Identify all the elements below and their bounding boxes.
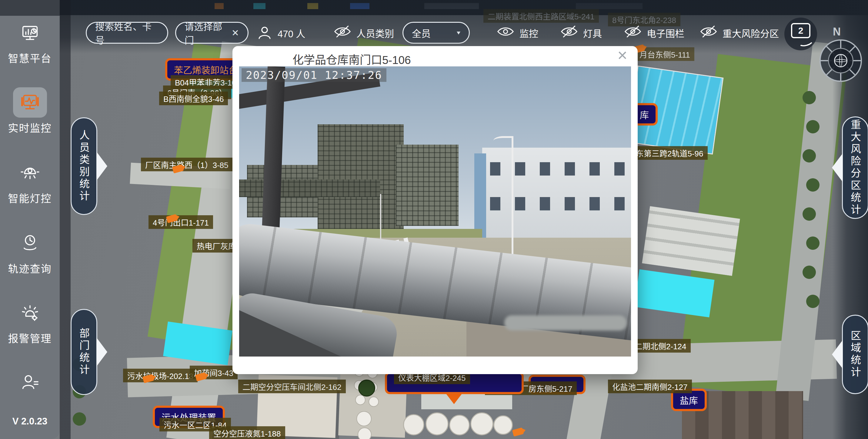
redaction-blur xyxy=(504,315,627,330)
top-toolbar: 搜索姓名、卡号 请选择部门 ✕ 470 人 全员 ▾ 2 人员类别监控灯具电子围… xyxy=(0,0,868,52)
realtime-monitor-icon xyxy=(13,87,47,118)
app-root: 二期装置北侧西主路区域5-2418号门东北角2-238月台东侧5-111苯乙烯装… xyxy=(0,0,868,439)
alarm-icon xyxy=(13,298,47,328)
chevron-arrow-icon xyxy=(832,153,843,182)
map-label[interactable]: B西南侧全貌3-46 xyxy=(159,92,228,105)
eye-off-icon xyxy=(333,25,351,40)
department-select[interactable]: 请选择部门 ✕ xyxy=(175,22,249,43)
map-label[interactable]: 二期空分空压车间北侧2-162 xyxy=(238,380,346,393)
search-input[interactable]: 搜索姓名、卡号 xyxy=(86,22,168,43)
chevron-arrow-icon xyxy=(96,152,107,181)
map-label[interactable]: 4号门出口1-171 xyxy=(149,215,213,229)
clear-icon[interactable]: ✕ xyxy=(231,28,239,38)
layer-toggle-重大风险分区[interactable]: 重大风险分区 xyxy=(700,24,779,42)
person-icon xyxy=(256,25,273,41)
sidebar-item-实时监控[interactable]: 实时监控 xyxy=(0,87,60,135)
close-icon[interactable]: × xyxy=(617,47,627,64)
map-edge-shade-left xyxy=(60,0,71,439)
panel-tab-重大风险分区统计[interactable]: 重大风险分区统计 xyxy=(842,116,868,219)
sidebar-item-智慧平台[interactable]: 智慧平台 xyxy=(0,18,60,65)
panel-tab-部门统计[interactable]: 部门统计 xyxy=(71,309,97,395)
eye-off-icon xyxy=(624,25,642,40)
camera-icon[interactable] xyxy=(512,428,524,437)
map-label[interactable]: 污水垃圾场-202.13 xyxy=(123,369,197,382)
camera-video-frame: 2023/09/01 12:37:26 xyxy=(239,66,631,356)
chevron-arrow-icon xyxy=(832,340,843,369)
panel-tab-区域统计[interactable]: 区域统计 xyxy=(842,315,868,394)
trajectory-icon xyxy=(13,228,47,258)
sidebar-item-报警管理[interactable]: 报警管理 xyxy=(0,298,60,345)
app-version: V 2.0.23 xyxy=(0,416,60,427)
camera-modal: 化学品仓库南门口5-106 × 2023/09/01 12:37:26 xyxy=(232,46,638,374)
dashboard-icon xyxy=(13,18,47,48)
layer-toggle-灯具[interactable]: 灯具 xyxy=(560,24,602,42)
search-placeholder: 搜索姓名、卡号 xyxy=(95,19,159,47)
eye-icon xyxy=(496,25,515,40)
map-label[interactable]: 化盐池二期南侧2-127 xyxy=(608,380,692,393)
chevron-arrow-icon xyxy=(96,338,107,367)
layer-toggle-电子围栏[interactable]: 电子围栏 xyxy=(624,24,684,42)
eye-off-icon xyxy=(560,25,578,40)
map-label[interactable]: 空分空压液氮1-188 xyxy=(209,426,285,439)
sidebar-item-profile[interactable] xyxy=(0,368,60,398)
smart-light-icon xyxy=(13,158,47,188)
person-type-select[interactable]: 全员 ▾ xyxy=(402,22,470,43)
person-list-icon xyxy=(13,368,47,398)
gyro-icon xyxy=(834,54,847,67)
sidebar-item-轨迹查询[interactable]: 轨迹查询 xyxy=(0,228,60,275)
video-timestamp: 2023/09/01 12:37:26 xyxy=(242,68,386,82)
sidebar-header xyxy=(0,0,60,16)
modal-title: 化学品仓库南门口5-106 xyxy=(292,51,411,67)
chevron-down-icon: ▾ xyxy=(457,29,460,36)
notification-badge-button[interactable]: 2 xyxy=(784,18,817,50)
department-placeholder: 请选择部门 xyxy=(185,19,231,47)
badge-count: 2 xyxy=(791,23,810,38)
sidebar-item-智能灯控[interactable]: 智能灯控 xyxy=(0,158,60,205)
map-label[interactable]: 厂区南主路西（1）3-85 xyxy=(141,158,233,171)
sidebar-nav: 智慧平台实时监控智能灯控轨迹查询报警管理 V 2.0.23 xyxy=(0,0,60,439)
map-label[interactable]: 东第三跨2轨道5-96 xyxy=(631,146,708,160)
layer-toggle-人员类别[interactable]: 人员类别 xyxy=(333,24,394,42)
map-label[interactable]: 二期北侧2-124 xyxy=(630,339,691,353)
layer-toggle-监控[interactable]: 监控 xyxy=(496,24,538,42)
eye-off-icon xyxy=(700,25,718,40)
panel-tab-人员类别统计[interactable]: 人员类别统计 xyxy=(71,117,97,215)
person-count: 470 人 xyxy=(256,25,305,41)
